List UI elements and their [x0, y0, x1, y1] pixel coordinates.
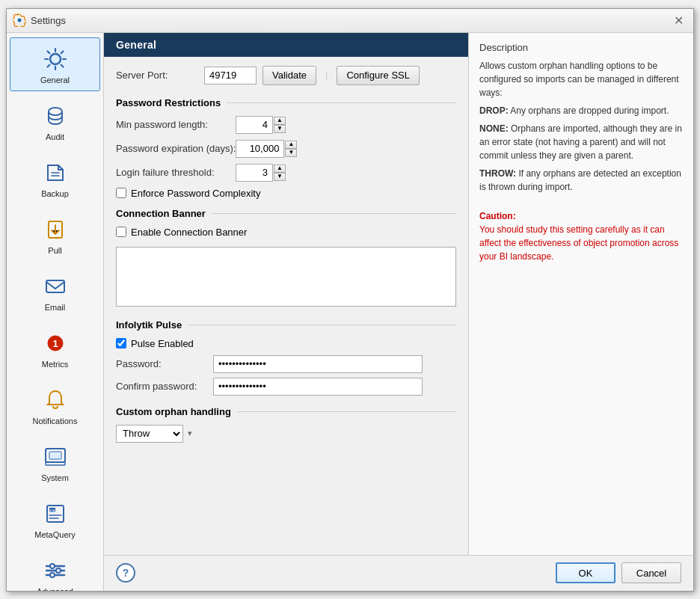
sidebar-item-system[interactable]: System — [10, 435, 100, 489]
validate-button[interactable]: Validate — [262, 66, 316, 85]
expiration-row: Password expiration (days): ▲ ▼ — [116, 140, 456, 158]
enable-banner-checkbox[interactable] — [116, 227, 126, 237]
min-length-label: Min password length: — [116, 119, 236, 130]
password-row: Password: — [116, 355, 456, 373]
svg-point-0 — [50, 54, 61, 64]
sidebar-general-label: General — [40, 76, 70, 85]
min-length-down[interactable]: ▼ — [274, 125, 286, 133]
failure-threshold-label: Login failure threshold: — [116, 167, 236, 178]
banner-textarea[interactable] — [116, 247, 456, 307]
min-length-up[interactable]: ▲ — [274, 117, 286, 125]
enable-banner-row: Enable Connection Banner — [116, 227, 456, 238]
sidebar-item-pull[interactable]: Pull — [10, 208, 100, 262]
svg-rect-3 — [46, 280, 64, 292]
confirm-password-row: Confirm password: — [116, 378, 456, 396]
sidebar-item-notifications[interactable]: Notifications — [10, 378, 100, 432]
sidebar-item-email[interactable]: Email — [10, 265, 100, 319]
settings-icon — [13, 13, 26, 27]
svg-text:1: 1 — [52, 338, 58, 349]
notifications-icon — [40, 385, 70, 415]
password-input[interactable] — [213, 355, 423, 373]
confirm-password-input[interactable] — [213, 378, 423, 396]
description-none: NONE: Orphans are imported, although the… — [479, 122, 683, 162]
section-header: General — [104, 33, 468, 57]
right-panel: Description Allows custom orphan handlin… — [469, 33, 693, 555]
password-restrictions-section: Password Restrictions — [116, 97, 456, 108]
server-port-label: Server Port: — [116, 70, 198, 81]
pulse-enabled-label[interactable]: Pulse Enabled — [131, 338, 194, 349]
pulse-title: Infolytik Pulse — [116, 319, 182, 331]
left-panel: General Server Port: Validate | Configur… — [104, 33, 469, 555]
server-port-input[interactable] — [204, 67, 257, 85]
backup-icon — [40, 158, 70, 188]
orphan-dropdown[interactable]: Drop None Throw — [116, 425, 183, 443]
connection-banner-section: Connection Banner — [116, 208, 456, 219]
configure-ssl-button[interactable]: Configure SSL — [337, 66, 420, 85]
caution-block: Caution: You should study this setting c… — [479, 209, 683, 263]
system-icon — [40, 442, 70, 472]
ok-button[interactable]: OK — [556, 562, 615, 583]
pulse-section: Infolytik Pulse — [116, 319, 456, 331]
password-label: Password: — [116, 358, 213, 369]
svg-point-1 — [49, 108, 62, 115]
sidebar-metrics-label: Metrics — [42, 360, 68, 369]
email-icon — [40, 271, 70, 301]
expiration-input[interactable] — [236, 140, 284, 158]
failure-threshold-row: Login failure threshold: ▲ ▼ — [116, 164, 456, 182]
svg-point-16 — [56, 568, 61, 573]
panel-content: Server Port: Validate | Configure SSL Pa… — [104, 57, 468, 452]
min-length-spinner: ▲ ▼ — [236, 116, 286, 134]
orphan-section: Custom orphan handling — [116, 406, 456, 417]
cancel-button[interactable]: Cancel — [621, 562, 681, 583]
expiration-arrows: ▲ ▼ — [285, 141, 297, 157]
pulse-enabled-checkbox[interactable] — [116, 338, 126, 348]
sidebar: General Audit — [7, 33, 104, 591]
sidebar-item-backup[interactable]: Backup — [10, 151, 100, 205]
svg-point-17 — [50, 573, 55, 577]
close-button[interactable]: ✕ — [669, 11, 687, 29]
pull-icon — [40, 215, 70, 245]
svg-point-15 — [50, 564, 55, 568]
svg-rect-7 — [46, 462, 65, 465]
failure-threshold-arrows: ▲ ▼ — [274, 165, 286, 181]
svg-rect-8 — [49, 452, 61, 459]
sidebar-backup-label: Backup — [41, 189, 69, 198]
password-restrictions-title: Password Restrictions — [116, 97, 221, 108]
failure-threshold-input[interactable] — [236, 164, 273, 182]
orphan-dropdown-row: Drop None Throw ▾ — [116, 425, 456, 443]
pulse-divider-line — [188, 325, 456, 325]
caution-text: You should study this setting carefully … — [479, 224, 678, 262]
help-button[interactable]: ? — [116, 563, 135, 583]
sidebar-item-general[interactable]: General — [10, 37, 100, 91]
sidebar-item-audit[interactable]: Audit — [10, 94, 100, 148]
sidebar-item-advanced[interactable]: Advanced — [10, 549, 100, 591]
failure-threshold-down[interactable]: ▼ — [274, 173, 286, 181]
failure-threshold-up[interactable]: ▲ — [274, 165, 286, 173]
sidebar-system-label: System — [41, 473, 69, 482]
sidebar-metaquery-label: MetaQuery — [34, 530, 75, 539]
audit-icon — [40, 101, 70, 131]
enforce-complexity-checkbox[interactable] — [116, 188, 126, 198]
enforce-complexity-row: Enforce Password Complexity — [116, 188, 456, 199]
expiration-down[interactable]: ▼ — [285, 149, 297, 157]
orphan-title: Custom orphan handling — [116, 406, 231, 417]
expiration-up[interactable]: ▲ — [285, 141, 297, 149]
metrics-icon: 1 — [40, 328, 70, 358]
main-content: General Server Port: Validate | Configur… — [104, 33, 693, 591]
pulse-enabled-row: Pulse Enabled — [116, 338, 456, 349]
bottom-left: ? — [116, 563, 135, 583]
description-throw: THROW: If any orphans are detected an ex… — [479, 167, 683, 194]
settings-window: Settings ✕ General — [6, 8, 694, 592]
enforce-complexity-label[interactable]: Enforce Password Complexity — [131, 188, 260, 199]
sidebar-notifications-label: Notifications — [33, 417, 78, 426]
enable-banner-label[interactable]: Enable Connection Banner — [131, 227, 247, 238]
sidebar-pull-label: Pull — [48, 246, 61, 255]
sidebar-item-metrics[interactable]: 1 Metrics — [10, 322, 100, 375]
failure-threshold-spinner: ▲ ▼ — [236, 164, 286, 182]
sidebar-item-metaquery[interactable]: SQL MetaQuery — [10, 492, 100, 546]
drop-text: Any orphans are dropped during import. — [509, 105, 669, 116]
window-body: General Audit — [7, 33, 693, 591]
min-length-input[interactable] — [236, 116, 273, 134]
server-port-row: Server Port: Validate | Configure SSL — [116, 66, 456, 85]
expiration-spinner: ▲ ▼ — [236, 140, 297, 158]
